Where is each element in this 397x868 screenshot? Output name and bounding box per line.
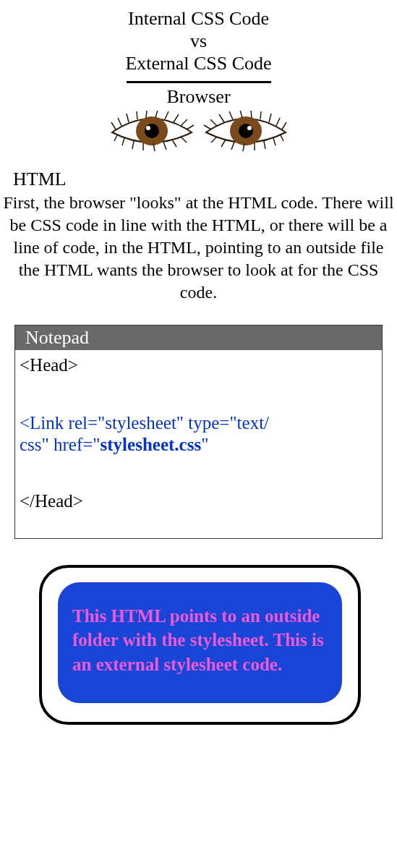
html-label: HTML xyxy=(0,169,397,190)
code-link-filename: stylesheet.css xyxy=(101,435,202,454)
title-line-3: External CSS Code xyxy=(0,52,397,75)
description-text: First, the browser "looks" at the HTML c… xyxy=(0,192,397,305)
code-gap xyxy=(20,456,377,490)
callout-box: This HTML points to an outside folder wi… xyxy=(39,565,361,725)
svg-point-1 xyxy=(145,124,159,138)
title-line-1: Internal CSS Code xyxy=(0,7,397,30)
browser-label: Browser xyxy=(0,86,397,108)
divider-line xyxy=(127,81,271,83)
title-line-2: vs xyxy=(0,30,397,52)
svg-point-2 xyxy=(146,126,150,130)
code-gap xyxy=(20,376,377,412)
code-link-line-2: css" href="stylesheet.css" xyxy=(20,434,377,456)
code-head-close: </Head> xyxy=(20,490,377,512)
notepad-titlebar: Notepad xyxy=(15,326,382,350)
notepad-window: Notepad <Head> <Link rel="stylesheet" ty… xyxy=(14,325,383,539)
svg-point-5 xyxy=(247,126,252,130)
eye-right-icon xyxy=(202,111,289,154)
code-link-suffix: " xyxy=(201,435,208,454)
callout-inner: This HTML points to an outside folder wi… xyxy=(58,582,342,703)
code-link-prefix: css" href=" xyxy=(20,435,101,454)
callout-text: This HTML points to an outside folder wi… xyxy=(72,604,328,677)
eyes-illustration xyxy=(0,111,397,154)
notepad-body: <Head> <Link rel="stylesheet" type="text… xyxy=(15,350,382,538)
eye-left-icon xyxy=(108,111,195,154)
title-section: Internal CSS Code vs External CSS Code B… xyxy=(0,0,397,154)
code-link-line-1: <Link rel="stylesheet" type="text/ xyxy=(20,412,377,434)
svg-point-4 xyxy=(239,124,253,138)
code-head-open: <Head> xyxy=(20,354,377,376)
